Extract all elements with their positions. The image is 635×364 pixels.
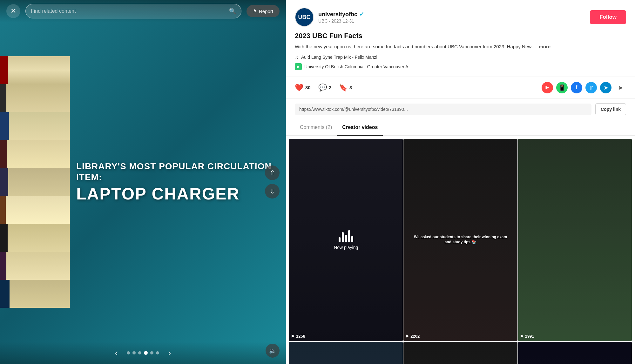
book-item (0, 224, 70, 252)
dot-1[interactable] (127, 351, 130, 354)
copy-link-button[interactable]: Copy link (595, 103, 626, 115)
tabs-bar: Comments (2) Creator videos (286, 120, 635, 136)
video-thumb-2[interactable]: We asked our students to share their win… (403, 139, 517, 341)
book-item (0, 252, 70, 280)
share-icons: ► 📱 f 𝕣 ➤ ➤ (542, 82, 626, 93)
book-item (0, 112, 70, 140)
video-text-overlay: LIBRARY'S MOST POPULAR CIRCULATION ITEM:… (76, 161, 286, 203)
book-item (0, 84, 70, 112)
avatar-text: UBC (298, 14, 311, 21)
top-controls-bar: ✕ 🔍 ⚑ Report (0, 0, 286, 22)
now-playing-overlay: Now playing (289, 139, 403, 341)
play-count-3: 2991 (521, 334, 534, 339)
post-description: With the new year upon us, here are some… (295, 43, 626, 51)
share-whatsapp-icon[interactable]: 📱 (556, 82, 568, 93)
count-text: 2202 (410, 334, 420, 339)
count-text: 2991 (525, 334, 534, 339)
audio-bar (342, 232, 344, 242)
link-url-text: https://www.tiktok.com/@universityofbc/v… (295, 104, 591, 115)
audio-bar (351, 236, 353, 242)
action-bar: ❤️ 80 💬 2 🔖 3 ► 📱 f 𝕣 ➤ ➤ (286, 77, 635, 99)
comment-action[interactable]: 💬 2 (318, 84, 331, 92)
audio-bar (348, 230, 350, 242)
play-icon (406, 334, 409, 338)
location-text: University Of British Columbia · Greater… (304, 64, 408, 69)
video-overlay (403, 342, 517, 364)
now-playing-label: Now playing (334, 245, 358, 250)
music-text: Auld Lang Syne Trap Mix - Felix Manzi (301, 55, 377, 60)
dot-4[interactable] (144, 351, 148, 355)
audio-bars (339, 230, 353, 242)
bookmark-icon: 🔖 (339, 84, 348, 92)
thumb-text-2: We asked our students to share their win… (409, 232, 511, 247)
share-telegram-icon[interactable]: ➤ (600, 82, 611, 93)
search-input[interactable] (31, 8, 229, 14)
bookmark-count: 3 (349, 85, 352, 90)
video-thumb-3[interactable]: 2991 (518, 139, 632, 341)
profile-name: universityofbc ✓ (318, 11, 364, 18)
dot-2[interactable] (132, 351, 136, 354)
volume-button[interactable]: 🔈 (266, 344, 280, 358)
count-text: 1258 (296, 334, 305, 339)
video-main-text: LAPTOP CHARGER (76, 185, 286, 203)
book-stack (0, 0, 70, 364)
slide-indicators (127, 351, 159, 355)
link-bar: https://www.tiktok.com/@universityofbc/v… (286, 99, 635, 120)
report-button[interactable]: ⚑ Report (247, 5, 280, 17)
navigate-up-button[interactable]: ⇧ (265, 165, 280, 180)
close-button[interactable]: ✕ (6, 4, 20, 18)
dot-3[interactable] (138, 351, 141, 354)
profile-header: UBC universityofbc ✓ UBC · 2023-12-31 Fo… (295, 8, 626, 27)
tab-creator-videos[interactable]: Creator videos (337, 120, 383, 136)
tab-comments[interactable]: Comments (2) (295, 120, 337, 136)
video-thumb-1[interactable]: Now playing 1258 (289, 139, 403, 341)
username-text: universityofbc (318, 11, 357, 18)
share-forward-icon[interactable]: ➤ (615, 82, 626, 93)
navigate-down-button[interactable]: ⇩ (265, 184, 280, 199)
video-thumb-4[interactable] (289, 342, 403, 364)
avatar[interactable]: UBC (295, 8, 314, 27)
music-info: ♫ Auld Lang Syne Trap Mix - Felix Manzi (295, 54, 626, 60)
video-overlay (518, 139, 632, 341)
dot-5[interactable] (150, 351, 153, 354)
play-icon (521, 334, 524, 338)
video-thumb-5[interactable]: Movies and TV shows filmed at UBC... (403, 342, 517, 364)
video-thumb-6[interactable]: When class ends at 5pm and it's already … (518, 342, 632, 364)
profile-name-area: universityofbc ✓ UBC · 2023-12-31 (318, 11, 364, 24)
dot-6[interactable] (156, 351, 159, 354)
audio-bar (339, 237, 341, 242)
comment-count: 2 (329, 85, 331, 90)
book-item (0, 280, 70, 308)
share-twitter-icon[interactable]: 𝕣 (585, 82, 597, 93)
share-facebook-icon[interactable]: f (571, 82, 582, 93)
search-bar: 🔍 (25, 4, 241, 18)
flag-icon: ⚑ (253, 8, 257, 14)
heart-icon: ❤️ (295, 84, 303, 92)
video-subtitle-text: LIBRARY'S MOST POPULAR CIRCULATION ITEM: (76, 161, 286, 182)
profile-meta: UBC · 2023-12-31 (318, 18, 364, 24)
book-item (0, 140, 70, 168)
video-overlay (518, 342, 632, 364)
book-item (0, 168, 70, 196)
profile-info: UBC universityofbc ✓ UBC · 2023-12-31 (295, 8, 364, 27)
share-direct-icon[interactable]: ► (542, 82, 553, 93)
more-link[interactable]: more (539, 44, 551, 49)
like-count: 80 (305, 85, 311, 90)
verified-icon: ✓ (359, 11, 364, 18)
video-background: LIBRARY'S MOST POPULAR CIRCULATION ITEM:… (0, 0, 286, 364)
play-count-2: 2202 (406, 334, 420, 339)
bookmark-action[interactable]: 🔖 3 (339, 84, 352, 92)
play-count-1: 1258 (292, 334, 305, 339)
next-slide-button[interactable]: › (163, 345, 176, 361)
like-action[interactable]: ❤️ 80 (295, 84, 311, 92)
location-info: ▶ University Of British Columbia · Great… (295, 63, 626, 70)
description-text: With the new year upon us, here are some… (295, 44, 536, 49)
search-icon-button[interactable]: 🔍 (229, 8, 236, 15)
previous-slide-button[interactable]: ‹ (110, 345, 123, 361)
video-player-panel: LIBRARY'S MOST POPULAR CIRCULATION ITEM:… (0, 0, 286, 364)
follow-button[interactable]: Follow (590, 10, 626, 24)
music-icon: ♫ (295, 54, 299, 60)
profile-section: UBC universityofbc ✓ UBC · 2023-12-31 Fo… (286, 0, 635, 77)
book-item (0, 56, 70, 84)
post-title: 2023 UBC Fun Facts (295, 32, 626, 40)
